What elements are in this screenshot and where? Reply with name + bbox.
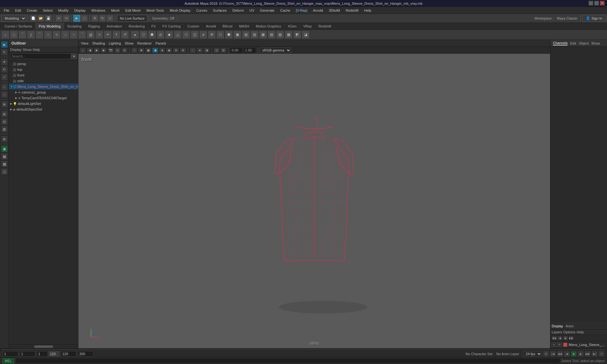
open-file-btn[interactable]: 📂: [37, 15, 44, 22]
shelf-circle[interactable]: ○: [1, 31, 9, 39]
vp-menu-shading[interactable]: Shading: [91, 41, 106, 45]
gamma-dropdown[interactable]: sRGB gamma: [260, 47, 291, 53]
vp-shading6-btn[interactable]: ◉: [166, 47, 172, 53]
shelf-ultra2[interactable]: ▤: [242, 31, 250, 39]
anim-set-btn[interactable]: ◫: [1, 168, 8, 175]
menu-mesh-tools[interactable]: Mesh Tools: [144, 8, 166, 13]
command-input[interactable]: [15, 358, 560, 364]
vp-menu-panels[interactable]: Panels: [154, 41, 168, 45]
playback-loop-btn[interactable]: ↺: [599, 351, 604, 357]
vp-cam-btn[interactable]: 📷: [107, 47, 114, 53]
menu-modify[interactable]: Modify: [56, 8, 71, 13]
total-end-input[interactable]: [78, 351, 94, 357]
shelf-ultra6[interactable]: ▨: [276, 31, 284, 39]
tab-sculpting[interactable]: Sculpting: [64, 23, 85, 29]
layer-next-btn[interactable]: ▶▶: [569, 336, 574, 341]
list-item[interactable]: 🎥 top: [9, 67, 78, 72]
tab-mash[interactable]: MASH: [236, 23, 253, 29]
fps-dropdown[interactable]: 24 fps: [523, 351, 542, 357]
shelf-ultra3[interactable]: ▥: [250, 31, 259, 39]
paint-btn[interactable]: ✎: [1, 49, 8, 56]
shelf-platonic[interactable]: ⬢: [225, 31, 233, 39]
vp-menu-renderer[interactable]: Renderer: [136, 41, 153, 45]
menu-mesh-display[interactable]: Mesh Display: [167, 8, 193, 13]
menu-generate[interactable]: Generate: [257, 8, 277, 13]
tab-fx[interactable]: FX: [148, 23, 159, 29]
list-item[interactable]: ▶ 💡 defaultLightSet: [9, 101, 78, 106]
outliner-search-input[interactable]: [10, 53, 71, 59]
mel-label[interactable]: MEL: [3, 358, 14, 363]
list-item[interactable]: ▶ ✳ TempCamFBXASC046Target: [9, 95, 78, 101]
lasso-btn[interactable]: ◌: [81, 15, 88, 22]
shelf-curve1[interactable]: ∫: [27, 31, 35, 39]
playback-start-btn[interactable]: |◀: [550, 351, 556, 357]
shelf-pipe[interactable]: ◫: [191, 31, 199, 39]
sculpt-btn[interactable]: ⊗: [1, 136, 8, 143]
frame-start-input[interactable]: [3, 351, 18, 357]
vp-shading3-btn[interactable]: ▣: [145, 47, 151, 53]
vp-next-btn[interactable]: ▶: [94, 47, 100, 53]
snap-point-btn[interactable]: ⊠: [1, 126, 8, 133]
minimize-btn[interactable]: ─: [589, 1, 593, 5]
scale-tool-btn[interactable]: ⤢: [1, 74, 8, 81]
shelf-ultra9[interactable]: ◪: [302, 31, 310, 39]
range-end-input[interactable]: [61, 351, 77, 357]
new-file-btn[interactable]: 📄: [30, 15, 37, 22]
lasso-tool-btn[interactable]: ◌: [1, 91, 8, 98]
vp-home-btn[interactable]: ⌂: [80, 47, 86, 53]
exposure-input[interactable]: 0.00: [230, 47, 243, 53]
list-item[interactable]: 🎥 persp: [9, 61, 78, 67]
vp-display-btn[interactable]: ⊟: [121, 47, 128, 53]
playback-settings-btn[interactable]: ⚙: [543, 351, 549, 357]
playback-play-btn[interactable]: ▶: [571, 351, 577, 357]
move-btn[interactable]: ✛: [91, 15, 98, 22]
gamma-input[interactable]: 1.00: [243, 47, 256, 53]
shelf-soccer[interactable]: ⬡: [216, 31, 224, 39]
tab-animation[interactable]: Animation: [103, 23, 126, 29]
shelf-bend[interactable]: ↺: [121, 31, 129, 39]
tab-object[interactable]: Object: [579, 41, 589, 45]
tab-redshift[interactable]: Redshift: [315, 23, 334, 29]
shelf-helix[interactable]: ⌀: [199, 31, 207, 39]
vp-light3-btn[interactable]: ◑: [204, 47, 210, 53]
layer-row[interactable]: V P Mens_Long_Sleeve_Dress_Shir: [550, 341, 607, 348]
snap-curve-btn[interactable]: ⊟: [1, 118, 8, 125]
redo-btn[interactable]: ↪: [63, 15, 70, 22]
shelf-gear[interactable]: ⚙: [208, 31, 216, 39]
menu-file[interactable]: File: [1, 8, 12, 13]
vp-menu-view[interactable]: View: [80, 41, 90, 45]
viewport-set-btn[interactable]: ▦: [1, 153, 8, 160]
tab-custom[interactable]: Custom: [184, 23, 203, 29]
menu-windows[interactable]: Windows: [89, 8, 108, 13]
move-tool-btn[interactable]: ✛: [1, 58, 8, 65]
shelf-text[interactable]: T: [112, 31, 120, 39]
tab-poly-modeling[interactable]: Poly Modeling: [35, 23, 64, 29]
menu-edit-mesh[interactable]: Edit Mesh: [123, 8, 143, 13]
menu-select[interactable]: Select: [40, 8, 55, 13]
menu-vray-bracket[interactable]: [V-Ray]: [293, 8, 310, 13]
playback-step-back-btn[interactable]: ◀: [564, 351, 570, 357]
menu-edit[interactable]: Edit: [13, 8, 24, 13]
tab-vray[interactable]: VRay: [300, 23, 315, 29]
display-tab[interactable]: Display: [552, 324, 563, 328]
menu-arnold[interactable]: Arnold: [310, 8, 326, 13]
list-item[interactable]: ▶ ◈ defaultObjectSet: [9, 106, 78, 112]
vp-play-btn[interactable]: ▶: [101, 47, 107, 53]
tab-bifrost[interactable]: Bifrost: [219, 23, 236, 29]
close-btn[interactable]: ✕: [600, 1, 604, 5]
playback-step-fwd-btn[interactable]: ▶: [578, 351, 584, 357]
shelf-cylinder[interactable]: ⬟: [148, 31, 156, 39]
shelf-ultra7[interactable]: ▩: [285, 31, 293, 39]
menu-curves[interactable]: Curves: [194, 8, 210, 13]
tab-show[interactable]: Show: [591, 41, 600, 45]
menu-create[interactable]: Create: [24, 8, 40, 13]
rotate-btn[interactable]: ↻: [99, 15, 106, 22]
vp-light2-btn[interactable]: ●: [197, 47, 203, 53]
list-item[interactable]: ▶ ✳ camera1_group: [9, 89, 78, 95]
anim-end-input[interactable]: [48, 351, 59, 357]
render-set-btn[interactable]: ▩: [1, 161, 8, 167]
playback-prev-btn[interactable]: ◀◀: [557, 351, 563, 357]
layer-playback-btn[interactable]: P: [557, 343, 562, 347]
viewport-canvas[interactable]: front x y z: [78, 54, 550, 348]
shelf-disc[interactable]: ⬠: [182, 31, 190, 39]
